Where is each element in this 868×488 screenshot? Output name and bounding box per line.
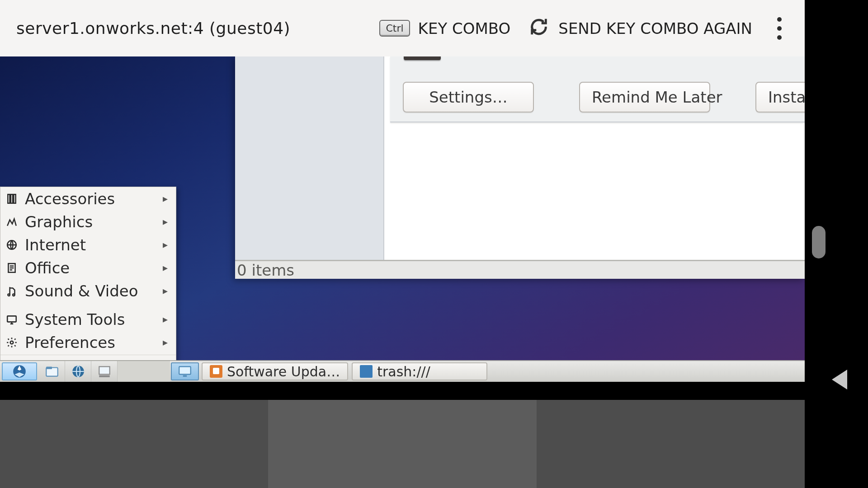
key-combo-button[interactable]: Ctrl KEY COMBO xyxy=(379,19,510,38)
svg-rect-2 xyxy=(14,194,15,203)
file-manager-item-count: 0 items xyxy=(237,261,294,279)
submenu-arrow-icon: ▸ xyxy=(163,193,168,204)
key-combo-label: KEY COMBO xyxy=(418,19,511,38)
menu-accessories-label: Accessories xyxy=(25,190,163,208)
gear-icon xyxy=(5,336,19,349)
task-software-updater[interactable]: Software Upda… xyxy=(202,362,348,380)
submenu-arrow-icon: ▸ xyxy=(163,216,168,227)
svg-rect-10 xyxy=(7,316,16,322)
android-back-button[interactable] xyxy=(832,370,847,389)
task-software-updater-label: Software Upda… xyxy=(227,364,340,380)
software-updater-icon xyxy=(210,365,222,378)
menu-accessories[interactable]: Accessories ▸ xyxy=(0,187,176,210)
remind-me-later-button[interactable]: Remind Me Later xyxy=(579,82,710,113)
menu-preferences-label: Preferences xyxy=(25,333,163,352)
svg-point-9 xyxy=(13,294,14,296)
menu-preferences[interactable]: Preferences ▸ xyxy=(0,331,176,354)
install-now-button[interactable]: Install N xyxy=(755,82,805,113)
session-label: server1.onworks.net:4 (guest04) xyxy=(16,19,290,38)
submenu-arrow-icon: ▸ xyxy=(163,239,168,250)
send-again-label: SEND KEY COMBO AGAIN xyxy=(558,19,752,38)
svg-rect-1 xyxy=(11,194,13,203)
sound-video-icon xyxy=(5,284,19,298)
software-updater-icon xyxy=(404,56,441,60)
svg-rect-0 xyxy=(8,194,9,203)
file-manager-launcher[interactable] xyxy=(39,361,65,382)
lxde-taskbar: Software Upda… trash:/// xyxy=(0,360,805,382)
application-menu: Accessories ▸ Graphics ▸ Internet ▸ Offi… xyxy=(0,187,176,382)
submenu-arrow-icon: ▸ xyxy=(163,285,168,296)
menu-system-tools[interactable]: System Tools ▸ xyxy=(0,308,176,331)
folder-icon xyxy=(360,365,373,378)
remote-desktop-viewport[interactable]: Settings… Remind Me Later Install N 0 it… xyxy=(0,56,805,382)
svg-rect-20 xyxy=(99,375,109,377)
menu-graphics[interactable]: Graphics ▸ xyxy=(0,210,176,233)
workspace-2[interactable] xyxy=(144,361,170,382)
menu-sound-video[interactable]: Sound & Video ▸ xyxy=(0,279,176,302)
start-menu-button[interactable] xyxy=(2,362,37,380)
menu-system-tools-label: System Tools xyxy=(25,310,163,328)
software-updater-dialog: Settings… Remind Me Later Install N xyxy=(390,56,805,122)
file-manager-window[interactable]: Settings… Remind Me Later Install N 0 it… xyxy=(235,56,805,279)
workspace-1[interactable] xyxy=(118,361,144,382)
office-icon xyxy=(5,261,19,275)
send-key-combo-again-button[interactable]: SEND KEY COMBO AGAIN xyxy=(528,16,752,41)
submenu-arrow-icon: ▸ xyxy=(163,337,168,348)
svg-rect-21 xyxy=(179,366,191,374)
dock-segment-left[interactable] xyxy=(0,400,268,488)
menu-internet[interactable]: Internet ▸ xyxy=(0,233,176,256)
show-desktop-button[interactable] xyxy=(171,362,199,380)
right-letterbox xyxy=(805,0,868,400)
web-browser-launcher[interactable] xyxy=(65,361,91,382)
monitor-icon xyxy=(5,313,19,326)
svg-rect-17 xyxy=(46,366,52,369)
file-manager-sidebar[interactable] xyxy=(235,56,384,261)
file-manager-statusbar: 0 items xyxy=(235,260,805,279)
black-gap xyxy=(0,382,805,400)
menu-internet-label: Internet xyxy=(25,236,163,254)
accessories-icon xyxy=(5,192,19,206)
svg-rect-19 xyxy=(99,366,109,374)
graphics-icon xyxy=(5,215,19,229)
menu-sound-video-label: Sound & Video xyxy=(25,282,163,300)
onworks-topbar: server1.onworks.net:4 (guest04) Ctrl KEY… xyxy=(0,0,805,56)
menu-office[interactable]: Office ▸ xyxy=(0,256,176,279)
svg-point-13 xyxy=(10,341,14,344)
task-trash-label: trash:/// xyxy=(377,364,430,380)
ctrl-key-icon: Ctrl xyxy=(379,20,410,37)
android-dock xyxy=(0,400,805,488)
task-trash[interactable]: trash:/// xyxy=(352,362,487,380)
submenu-arrow-icon: ▸ xyxy=(163,262,168,273)
menu-graphics-label: Graphics xyxy=(25,213,163,231)
svg-rect-22 xyxy=(183,375,187,377)
dock-segment-middle[interactable] xyxy=(268,400,536,488)
taskbar-gap xyxy=(489,361,805,382)
menu-office-label: Office xyxy=(25,259,163,277)
more-menu-button[interactable] xyxy=(770,15,788,42)
kebab-dot-icon xyxy=(777,26,782,31)
svg-point-8 xyxy=(8,294,9,296)
kebab-dot-icon xyxy=(777,35,782,40)
settings-button[interactable]: Settings… xyxy=(403,82,534,113)
iconify-all-launcher[interactable] xyxy=(91,361,118,382)
refresh-icon xyxy=(528,16,549,41)
kebab-dot-icon xyxy=(777,17,782,22)
dock-segment-right[interactable] xyxy=(537,400,805,488)
submenu-arrow-icon: ▸ xyxy=(163,314,168,325)
dock-right-letterbox xyxy=(805,400,868,488)
globe-icon xyxy=(5,238,19,252)
scrollbar-thumb[interactable] xyxy=(812,226,826,258)
